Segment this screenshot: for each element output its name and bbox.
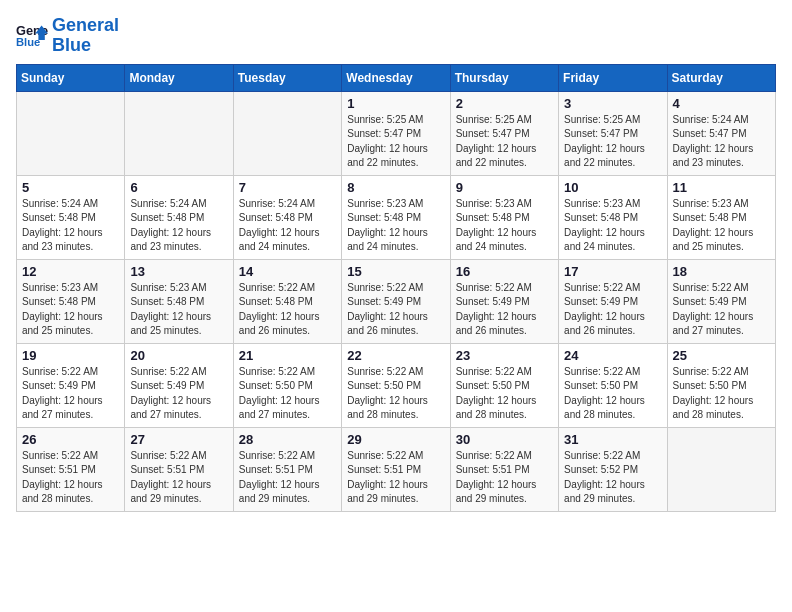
day-number: 9 — [456, 180, 553, 195]
day-info: Sunrise: 5:23 AM Sunset: 5:48 PM Dayligh… — [564, 197, 661, 255]
calendar-cell — [125, 91, 233, 175]
calendar-cell: 22Sunrise: 5:22 AM Sunset: 5:50 PM Dayli… — [342, 343, 450, 427]
calendar-cell: 30Sunrise: 5:22 AM Sunset: 5:51 PM Dayli… — [450, 427, 558, 511]
svg-text:Blue: Blue — [16, 36, 40, 48]
day-info: Sunrise: 5:24 AM Sunset: 5:48 PM Dayligh… — [239, 197, 336, 255]
calendar-cell: 13Sunrise: 5:23 AM Sunset: 5:48 PM Dayli… — [125, 259, 233, 343]
calendar-cell: 2Sunrise: 5:25 AM Sunset: 5:47 PM Daylig… — [450, 91, 558, 175]
day-number: 12 — [22, 264, 119, 279]
day-info: Sunrise: 5:22 AM Sunset: 5:50 PM Dayligh… — [673, 365, 770, 423]
day-number: 20 — [130, 348, 227, 363]
calendar-table: SundayMondayTuesdayWednesdayThursdayFrid… — [16, 64, 776, 512]
calendar-cell: 10Sunrise: 5:23 AM Sunset: 5:48 PM Dayli… — [559, 175, 667, 259]
day-number: 10 — [564, 180, 661, 195]
calendar-cell: 23Sunrise: 5:22 AM Sunset: 5:50 PM Dayli… — [450, 343, 558, 427]
week-row-4: 19Sunrise: 5:22 AM Sunset: 5:49 PM Dayli… — [17, 343, 776, 427]
day-number: 31 — [564, 432, 661, 447]
day-info: Sunrise: 5:22 AM Sunset: 5:49 PM Dayligh… — [347, 281, 444, 339]
day-number: 21 — [239, 348, 336, 363]
day-number: 19 — [22, 348, 119, 363]
calendar-cell: 9Sunrise: 5:23 AM Sunset: 5:48 PM Daylig… — [450, 175, 558, 259]
calendar-cell: 18Sunrise: 5:22 AM Sunset: 5:49 PM Dayli… — [667, 259, 775, 343]
calendar-cell: 28Sunrise: 5:22 AM Sunset: 5:51 PM Dayli… — [233, 427, 341, 511]
day-info: Sunrise: 5:23 AM Sunset: 5:48 PM Dayligh… — [456, 197, 553, 255]
day-number: 26 — [22, 432, 119, 447]
calendar-cell — [17, 91, 125, 175]
calendar-cell: 27Sunrise: 5:22 AM Sunset: 5:51 PM Dayli… — [125, 427, 233, 511]
weekday-header-row: SundayMondayTuesdayWednesdayThursdayFrid… — [17, 64, 776, 91]
day-info: Sunrise: 5:22 AM Sunset: 5:48 PM Dayligh… — [239, 281, 336, 339]
day-info: Sunrise: 5:22 AM Sunset: 5:51 PM Dayligh… — [130, 449, 227, 507]
calendar-cell: 12Sunrise: 5:23 AM Sunset: 5:48 PM Dayli… — [17, 259, 125, 343]
week-row-5: 26Sunrise: 5:22 AM Sunset: 5:51 PM Dayli… — [17, 427, 776, 511]
day-number: 29 — [347, 432, 444, 447]
calendar-cell: 4Sunrise: 5:24 AM Sunset: 5:47 PM Daylig… — [667, 91, 775, 175]
day-number: 28 — [239, 432, 336, 447]
weekday-header-tuesday: Tuesday — [233, 64, 341, 91]
calendar-cell: 14Sunrise: 5:22 AM Sunset: 5:48 PM Dayli… — [233, 259, 341, 343]
day-number: 11 — [673, 180, 770, 195]
day-number: 17 — [564, 264, 661, 279]
day-info: Sunrise: 5:22 AM Sunset: 5:50 PM Dayligh… — [239, 365, 336, 423]
calendar-cell: 11Sunrise: 5:23 AM Sunset: 5:48 PM Dayli… — [667, 175, 775, 259]
day-info: Sunrise: 5:22 AM Sunset: 5:50 PM Dayligh… — [564, 365, 661, 423]
day-number: 23 — [456, 348, 553, 363]
day-number: 16 — [456, 264, 553, 279]
day-info: Sunrise: 5:22 AM Sunset: 5:51 PM Dayligh… — [239, 449, 336, 507]
calendar-cell: 15Sunrise: 5:22 AM Sunset: 5:49 PM Dayli… — [342, 259, 450, 343]
calendar-cell: 31Sunrise: 5:22 AM Sunset: 5:52 PM Dayli… — [559, 427, 667, 511]
page-header: General Blue GeneralBlue — [16, 16, 776, 56]
calendar-cell: 21Sunrise: 5:22 AM Sunset: 5:50 PM Dayli… — [233, 343, 341, 427]
day-info: Sunrise: 5:23 AM Sunset: 5:48 PM Dayligh… — [347, 197, 444, 255]
logo: General Blue GeneralBlue — [16, 16, 119, 56]
day-info: Sunrise: 5:25 AM Sunset: 5:47 PM Dayligh… — [564, 113, 661, 171]
day-number: 24 — [564, 348, 661, 363]
day-info: Sunrise: 5:24 AM Sunset: 5:47 PM Dayligh… — [673, 113, 770, 171]
calendar-cell: 3Sunrise: 5:25 AM Sunset: 5:47 PM Daylig… — [559, 91, 667, 175]
day-info: Sunrise: 5:25 AM Sunset: 5:47 PM Dayligh… — [456, 113, 553, 171]
day-number: 25 — [673, 348, 770, 363]
day-info: Sunrise: 5:22 AM Sunset: 5:49 PM Dayligh… — [673, 281, 770, 339]
day-number: 22 — [347, 348, 444, 363]
day-number: 6 — [130, 180, 227, 195]
day-number: 7 — [239, 180, 336, 195]
week-row-2: 5Sunrise: 5:24 AM Sunset: 5:48 PM Daylig… — [17, 175, 776, 259]
calendar-cell: 7Sunrise: 5:24 AM Sunset: 5:48 PM Daylig… — [233, 175, 341, 259]
weekday-header-sunday: Sunday — [17, 64, 125, 91]
calendar-cell: 29Sunrise: 5:22 AM Sunset: 5:51 PM Dayli… — [342, 427, 450, 511]
day-info: Sunrise: 5:24 AM Sunset: 5:48 PM Dayligh… — [130, 197, 227, 255]
day-number: 2 — [456, 96, 553, 111]
logo-text: GeneralBlue — [52, 16, 119, 56]
calendar-cell: 19Sunrise: 5:22 AM Sunset: 5:49 PM Dayli… — [17, 343, 125, 427]
calendar-cell — [667, 427, 775, 511]
weekday-header-monday: Monday — [125, 64, 233, 91]
day-info: Sunrise: 5:22 AM Sunset: 5:51 PM Dayligh… — [347, 449, 444, 507]
day-info: Sunrise: 5:22 AM Sunset: 5:50 PM Dayligh… — [456, 365, 553, 423]
day-info: Sunrise: 5:23 AM Sunset: 5:48 PM Dayligh… — [22, 281, 119, 339]
day-info: Sunrise: 5:22 AM Sunset: 5:51 PM Dayligh… — [22, 449, 119, 507]
day-info: Sunrise: 5:23 AM Sunset: 5:48 PM Dayligh… — [673, 197, 770, 255]
calendar-cell — [233, 91, 341, 175]
day-info: Sunrise: 5:22 AM Sunset: 5:49 PM Dayligh… — [564, 281, 661, 339]
logo-icon: General Blue — [16, 22, 48, 50]
weekday-header-thursday: Thursday — [450, 64, 558, 91]
day-info: Sunrise: 5:22 AM Sunset: 5:52 PM Dayligh… — [564, 449, 661, 507]
day-info: Sunrise: 5:22 AM Sunset: 5:51 PM Dayligh… — [456, 449, 553, 507]
weekday-header-saturday: Saturday — [667, 64, 775, 91]
calendar-cell: 6Sunrise: 5:24 AM Sunset: 5:48 PM Daylig… — [125, 175, 233, 259]
calendar-cell: 26Sunrise: 5:22 AM Sunset: 5:51 PM Dayli… — [17, 427, 125, 511]
day-number: 3 — [564, 96, 661, 111]
day-number: 5 — [22, 180, 119, 195]
weekday-header-wednesday: Wednesday — [342, 64, 450, 91]
day-number: 15 — [347, 264, 444, 279]
day-number: 1 — [347, 96, 444, 111]
day-info: Sunrise: 5:24 AM Sunset: 5:48 PM Dayligh… — [22, 197, 119, 255]
day-info: Sunrise: 5:22 AM Sunset: 5:49 PM Dayligh… — [22, 365, 119, 423]
calendar-cell: 25Sunrise: 5:22 AM Sunset: 5:50 PM Dayli… — [667, 343, 775, 427]
calendar-cell: 1Sunrise: 5:25 AM Sunset: 5:47 PM Daylig… — [342, 91, 450, 175]
calendar-cell: 8Sunrise: 5:23 AM Sunset: 5:48 PM Daylig… — [342, 175, 450, 259]
day-number: 13 — [130, 264, 227, 279]
week-row-1: 1Sunrise: 5:25 AM Sunset: 5:47 PM Daylig… — [17, 91, 776, 175]
day-info: Sunrise: 5:25 AM Sunset: 5:47 PM Dayligh… — [347, 113, 444, 171]
day-info: Sunrise: 5:22 AM Sunset: 5:49 PM Dayligh… — [456, 281, 553, 339]
